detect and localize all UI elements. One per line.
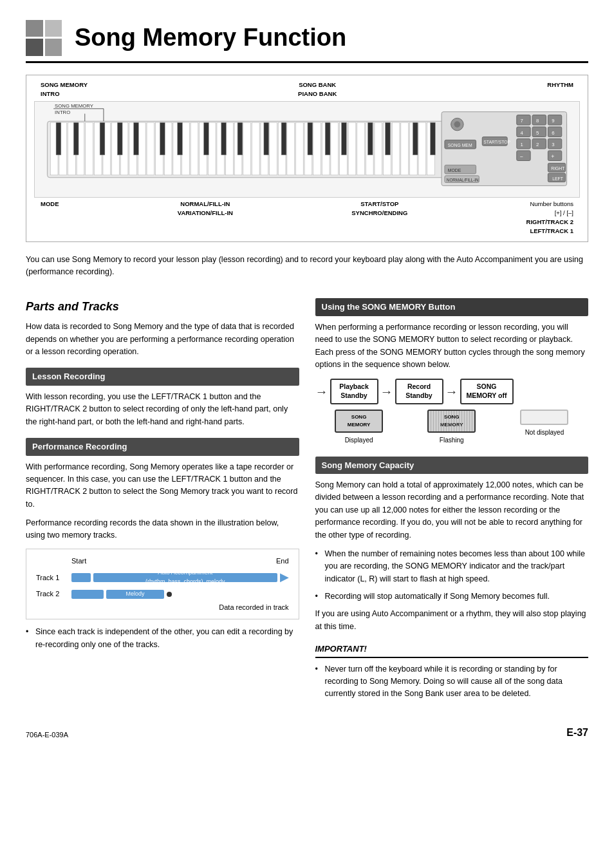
song-memory-button-body: When performing a performance recording … [315, 321, 589, 372]
svg-text:5: 5 [536, 129, 539, 135]
song-memory-button-header: Using the SONG MEMORY Button [315, 298, 589, 316]
svg-rect-33 [331, 122, 339, 175]
label-song-bank: SONG BANK PIANO BANK [298, 80, 337, 99]
svg-rect-43 [418, 122, 426, 175]
svg-rect-40 [392, 122, 400, 175]
svg-text:RIGHT: RIGHT [551, 166, 564, 171]
svg-rect-61 [386, 122, 391, 155]
lesson-recording-header: Lesson Recording [26, 368, 299, 386]
svg-rect-60 [367, 122, 373, 155]
keyboard-diagram: SONG MEMORY INTRO SONG BANK PIANO BANK R… [26, 75, 588, 242]
svg-text:MODE: MODE [448, 168, 461, 173]
svg-text:4: 4 [521, 129, 524, 135]
display-state-3: . Not displayed [501, 410, 588, 445]
svg-text:SONG MEM: SONG MEM [448, 143, 472, 147]
svg-text:−: − [520, 153, 523, 159]
svg-rect-26 [270, 122, 277, 175]
capacity-body2: If you are using Auto Accompaniment or a… [315, 608, 589, 633]
important-section: IMPORTANT! Never turn off the keyboard w… [315, 643, 589, 701]
svg-rect-83 [517, 150, 530, 160]
svg-rect-16 [182, 122, 190, 175]
svg-rect-45 [56, 122, 61, 155]
svg-text:LEFT: LEFT [552, 176, 563, 180]
svg-rect-11 [138, 122, 145, 175]
display-state-1: SONG MEMORY Displayed [315, 410, 403, 445]
footer-code: 706A-E-039A [26, 730, 68, 741]
intro-paragraph: You can use Song Memory to record your l… [26, 254, 588, 279]
svg-rect-49 [134, 122, 139, 155]
svg-rect-35 [348, 122, 356, 175]
svg-rect-63 [431, 122, 436, 155]
svg-rect-36 [357, 122, 365, 175]
performance-diagram: Start End Track 1 Auto Accompaniment(rhy… [26, 549, 299, 620]
svg-rect-62 [413, 122, 418, 155]
svg-text:SONG MEMORY: SONG MEMORY [55, 102, 94, 108]
svg-text:8: 8 [536, 118, 539, 124]
performance-recording-body1: With performance recording, Song Memory … [26, 461, 299, 511]
svg-rect-19 [208, 122, 216, 175]
svg-rect-85 [548, 150, 561, 160]
data-recorded-note: Data recorded in track [36, 602, 289, 613]
svg-rect-69 [548, 115, 561, 125]
svg-rect-31 [313, 122, 321, 175]
svg-text:+: + [551, 153, 554, 159]
svg-rect-77 [517, 138, 530, 149]
parts-and-tracks-title: Parts and Tracks [26, 298, 299, 316]
lesson-recording-body: With lesson recording, you use the LEFT/… [26, 391, 299, 428]
svg-rect-46 [73, 122, 79, 155]
page-title: Song Memory Function [75, 19, 346, 56]
label-mode: MODE [41, 200, 59, 236]
label-right-track: Number buttons [+] / [–] RIGHT/TRACK 2 L… [526, 200, 573, 236]
svg-rect-29 [295, 122, 303, 175]
label-song-memory: SONG MEMORY INTRO [41, 80, 88, 99]
svg-rect-59 [341, 122, 346, 155]
svg-rect-41 [401, 122, 409, 175]
svg-rect-71 [517, 126, 530, 137]
flow-state-3: SONGMEMORY off [467, 382, 507, 400]
parts-and-tracks-body: How data is recorded to Song Memory and … [26, 321, 299, 358]
performance-recording-body2: Performance recording records the data s… [26, 517, 299, 542]
svg-text:3: 3 [552, 142, 554, 147]
svg-rect-79 [532, 138, 546, 149]
svg-rect-65 [517, 115, 530, 125]
svg-rect-48 [117, 122, 122, 155]
performance-bullet: Since each track is independent of the o… [26, 626, 299, 651]
svg-rect-14 [164, 122, 172, 175]
svg-text:NORMAL/FILL-IN: NORMAL/FILL-IN [447, 177, 479, 182]
label-normal-fill: NORMAL/FILL-IN VARIATION/FILL-IN [178, 200, 233, 236]
song-memory-capacity-body: Song Memory can hold a total of approxim… [315, 479, 589, 542]
label-start-stop: START/STOP SYNCHRO/ENDING [351, 200, 407, 236]
svg-rect-50 [160, 122, 165, 155]
svg-rect-55 [264, 122, 269, 155]
svg-text:START/STOP: START/STOP [483, 140, 510, 144]
svg-text:INTRO: INTRO [55, 109, 70, 115]
svg-rect-58 [325, 122, 330, 155]
song-memory-flow-diagram: → PlaybackStandby → RecordStandby → SONG… [315, 379, 589, 444]
svg-rect-5 [86, 122, 93, 175]
important-bullet: Never turn off the keyboard while it is … [315, 663, 589, 701]
svg-rect-75 [548, 126, 561, 137]
svg-rect-17 [191, 122, 198, 175]
performance-recording-header: Performance Recording [26, 438, 299, 456]
svg-rect-67 [532, 115, 546, 125]
svg-rect-52 [204, 122, 209, 155]
svg-rect-38 [375, 122, 382, 175]
track2-label: Track 2 [36, 589, 71, 599]
svg-rect-51 [178, 122, 183, 155]
svg-text:7: 7 [521, 118, 523, 124]
svg-point-96 [454, 121, 461, 127]
display-state-2: SONG MEMORY Flashing [408, 410, 496, 445]
title-icon [26, 20, 62, 56]
svg-rect-53 [221, 122, 227, 155]
capacity-bullet-2: Recording will stop automatically if Son… [315, 590, 589, 603]
svg-rect-47 [100, 122, 105, 155]
svg-rect-73 [532, 126, 546, 137]
song-memory-capacity-header: Song Memory Capacity [315, 457, 589, 475]
svg-text:2: 2 [536, 142, 539, 147]
label-rhythm: RHYTHM [547, 80, 573, 99]
flow-state-2: RecordStandby [402, 382, 437, 400]
capacity-bullet-1: When the number of remaining notes becom… [315, 548, 589, 585]
track1-label: Track 1 [36, 572, 71, 583]
svg-rect-24 [252, 122, 259, 175]
svg-text:6: 6 [552, 129, 554, 135]
